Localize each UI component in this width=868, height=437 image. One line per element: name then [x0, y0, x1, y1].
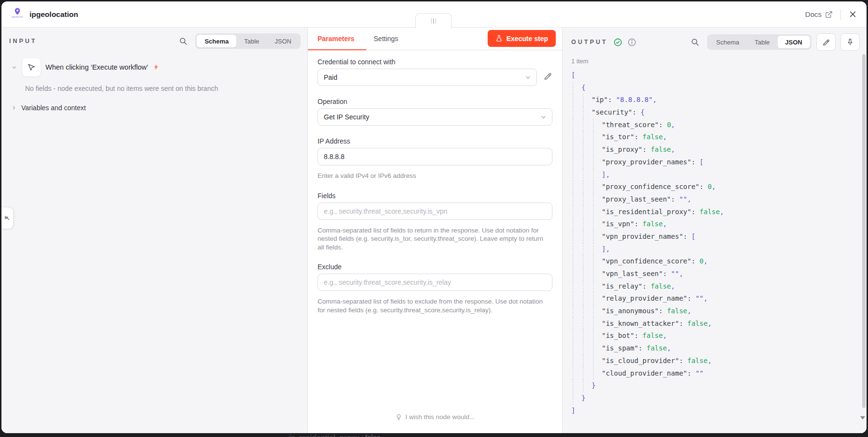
json-line: "is_vpn": false,	[571, 218, 867, 231]
parameters-form: Credential to connect with Paid Operatio…	[308, 58, 562, 314]
output-tab-schema[interactable]: Schema	[709, 36, 747, 48]
input-panel: INPUT Schema Table JSON When clicking ‘E…	[1, 28, 308, 433]
ip-address-label: IP Address	[318, 137, 552, 145]
ipgeolocation-logo-icon: ipgeolocation	[11, 7, 24, 24]
external-link-icon	[825, 11, 833, 18]
edit-output-button[interactable]	[816, 33, 836, 51]
json-line: "proxy_last_seen": "",	[571, 193, 867, 206]
output-items-count: 1 item	[571, 58, 867, 65]
json-line: "is_spam": false,	[571, 342, 867, 355]
parameters-tabs-row: Parameters Settings Execute step	[308, 28, 562, 50]
close-button[interactable]	[849, 10, 857, 18]
success-check-icon	[613, 38, 622, 47]
json-line: "vpn_confidence_score": 0,	[571, 255, 867, 268]
input-tab-table[interactable]: Table	[236, 35, 267, 47]
json-line: "vpn_provider_names": [	[571, 231, 867, 243]
json-line: "is_anonymous": false,	[571, 305, 867, 318]
scroll-down-arrow-icon[interactable]	[860, 416, 865, 420]
tab-parameters[interactable]: Parameters	[318, 35, 354, 43]
output-search-icon[interactable]	[691, 38, 699, 46]
fields-input[interactable]: e.g., security.threat_score,security.is_…	[318, 203, 552, 220]
active-tab-underline	[308, 49, 366, 50]
exclude-input[interactable]: e.g., security.threat_score,security.is_…	[318, 274, 552, 291]
variables-and-context-row[interactable]: Variables and context	[1, 104, 307, 112]
credential-label: Credential to connect with	[318, 58, 552, 66]
json-line: "is_proxy": false,	[571, 144, 867, 156]
chevron-down-icon	[540, 114, 547, 121]
json-line: "cloud_provider_name": ""	[571, 367, 867, 380]
node-title: ipgeolocation	[29, 10, 78, 19]
output-display-mode-tabs: Schema Table JSON	[707, 34, 811, 50]
json-line: "is_known_attacker": false,	[571, 318, 867, 330]
edit-credential-pencil-icon[interactable]	[543, 72, 552, 81]
input-panel-title: INPUT	[9, 38, 37, 44]
json-line: "relay_provider_name": "",	[571, 292, 867, 305]
node-feedback-link[interactable]: I wish this node would...	[308, 413, 562, 421]
source-node-label: When clicking ‘Execute workflow’	[45, 63, 148, 71]
flask-icon	[495, 35, 503, 42]
output-scrollbar[interactable]	[862, 54, 866, 408]
json-line: "is_residential_proxy": false,	[571, 206, 867, 218]
pin-data-button[interactable]	[840, 33, 860, 51]
info-icon[interactable]	[627, 38, 637, 47]
json-line: "is_tor": false,	[571, 131, 867, 144]
json-line: ]	[571, 405, 867, 417]
json-line: "proxy_provider_names": [	[571, 156, 867, 169]
input-tab-json[interactable]: JSON	[267, 35, 299, 47]
json-line: "proxy_confidence_score": 0,	[571, 181, 867, 193]
lightning-bolt-icon	[153, 64, 159, 71]
manual-trigger-node-icon	[22, 58, 41, 77]
input-tab-schema[interactable]: Schema	[197, 35, 236, 47]
json-line: "is_cloud_provider": false,	[571, 355, 867, 367]
header-divider	[840, 9, 841, 20]
json-line: ],	[571, 243, 867, 256]
credential-select[interactable]: Paid	[318, 69, 537, 86]
input-panel-expand-button[interactable]	[1, 207, 14, 229]
input-search-icon[interactable]	[179, 37, 188, 45]
json-line: "security": {	[571, 106, 867, 119]
output-json-tree: [{"ip": "8.8.8.8","security": {"threat_s…	[571, 69, 867, 417]
docs-label: Docs	[805, 10, 822, 18]
background-canvas-strip: is_residential_proxy : false	[0, 433, 868, 437]
json-line: ],	[571, 169, 867, 181]
chevron-right-icon	[11, 105, 17, 111]
fields-placeholder: e.g., security.threat_score,security.is_…	[324, 207, 447, 215]
json-line: "threat_score": 0,	[571, 119, 867, 131]
fields-label: Fields	[318, 192, 552, 200]
json-line: }	[571, 379, 867, 392]
output-panel-header: OUTPUT Schema Table JSON	[563, 28, 867, 55]
chevron-down-icon[interactable]	[11, 64, 17, 71]
output-panel: OUTPUT Schema Table JSON 1 item [{"ip": …	[562, 28, 867, 433]
ip-address-helper: Enter a valid IPv4 or IPv6 address	[318, 172, 545, 180]
screen: is_residential_proxy : false ipgeolocati…	[0, 0, 868, 437]
ip-address-input[interactable]: 8.8.8.8	[318, 148, 552, 165]
exclude-label: Exclude	[318, 263, 552, 271]
json-line: "ip": "8.8.8.8",	[571, 94, 867, 106]
background-clipped-text: is_residential_proxy : false	[289, 433, 380, 437]
variables-label: Variables and context	[21, 104, 86, 112]
panel-drag-handle[interactable]	[415, 13, 452, 29]
input-source-node-row[interactable]: When clicking ‘Execute workflow’	[1, 58, 307, 77]
operation-label: Operation	[318, 98, 552, 105]
docs-link[interactable]: Docs	[805, 10, 833, 18]
lightbulb-icon	[395, 414, 402, 421]
input-display-mode-tabs: Schema Table JSON	[195, 33, 301, 49]
operation-select[interactable]: Get IP Security	[318, 108, 552, 126]
modal-body: INPUT Schema Table JSON When clicking ‘E…	[1, 28, 867, 433]
input-panel-header: INPUT Schema Table JSON	[1, 28, 307, 53]
output-tab-table[interactable]: Table	[747, 36, 778, 48]
json-line: [	[571, 69, 867, 82]
parameters-panel: Parameters Settings Execute step Credent…	[308, 28, 562, 433]
output-panel-title: OUTPUT	[571, 39, 608, 45]
json-line: "is_bot": false,	[571, 330, 867, 342]
execute-step-button[interactable]: Execute step	[488, 30, 556, 47]
json-line: "is_relay": false,	[571, 280, 867, 293]
input-empty-message: No fields - node executed, but no items …	[25, 85, 298, 92]
arrow-up-left-icon	[4, 215, 11, 222]
tab-settings[interactable]: Settings	[374, 35, 398, 43]
exclude-helper: Comma-separated list of fields to exclud…	[318, 297, 545, 314]
output-tab-json[interactable]: JSON	[778, 36, 810, 48]
exclude-placeholder: e.g., security.threat_score,security.is_…	[324, 278, 451, 286]
json-line: {	[571, 82, 867, 94]
fields-helper: Comma-separated list of fields to return…	[318, 226, 545, 252]
